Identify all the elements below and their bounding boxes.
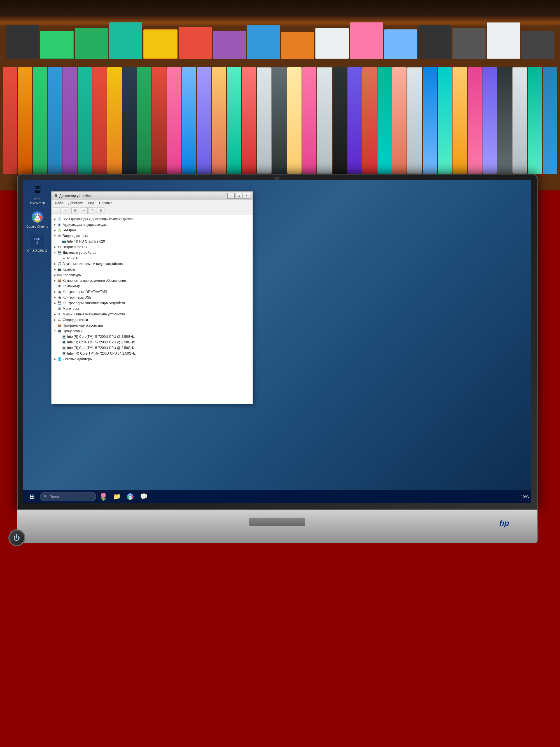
tree-item-hd620[interactable]: 📺 Intel(R) HD Graphics 620 [52,239,252,244]
search-placeholder: Поиск [50,495,60,499]
tree-item-ide-controllers[interactable]: ▶ 🔌 Контроллеры IDE ATA/ATAPI [52,289,252,295]
forward-button[interactable]: → [61,207,69,214]
dvd-icon: 💿 [57,217,61,221]
shelf-item [522,31,554,59]
expand-icon: ▶ [53,267,57,272]
expand-icon [57,345,61,350]
toolbar-btn-1[interactable]: 🖥 [72,207,79,214]
menu-action[interactable]: Действие [66,201,85,206]
tree-item-usb-controllers[interactable]: ▶ 🔌 Контроллеры USB [52,295,252,300]
power-button[interactable]: ⏻ [8,530,25,546]
tree-item-video[interactable]: ▼ 🖥 Видеоадаптеры [52,233,252,239]
shelf-item [302,67,316,174]
toolbar-btn-2[interactable]: ✏ [80,207,88,214]
weather-temp: 19°C [521,495,529,499]
shelf-item [182,67,196,174]
tree-item-audio[interactable]: ▶ 🔊 Аудиовходы и аудиовыходы [52,222,252,227]
tree-item-disk[interactable]: ▼ 💾 Дисковые устройства [52,250,252,255]
desktop-icon-this-computer[interactable]: 🖥 Этот компьютер [26,183,49,205]
minimize-button[interactable]: — [228,193,235,199]
toolbar-btn-3[interactable]: 📋 [88,207,96,214]
shelf-item [315,28,349,59]
chrome-icon [30,210,44,224]
shelf-item [92,67,107,174]
battery-icon: 🔋 [57,228,61,232]
search-box[interactable]: 🔍 Поиск [40,492,96,501]
tree-item-software-components[interactable]: ▶ 📦 Компоненты программного обеспечения [52,278,252,283]
search-icon: 🔍 [44,495,48,498]
tree-item-r3-256[interactable]: ─ РЗ-256 [52,255,252,261]
processor-icon: 💻 [57,329,61,333]
tree-item-cpu-3[interactable]: 💻 Intel(R) Core(TM) i5-7200U CPU @ 2.50G… [52,345,252,351]
tree-item-keyboards[interactable]: ▶ ⌨ Клавиатуры [52,272,252,278]
cpu2-label: Intel(R) Core(TM) i5-7200U CPU @ 2.50GHz [67,340,135,344]
keyboard-icon: ⌨ [57,273,61,277]
tree-item-network[interactable]: ▶ 🌐 Сетевые адаптеры [52,356,252,362]
back-button[interactable]: ← [53,207,60,214]
start-button[interactable]: ⊞ [25,491,39,502]
ide-label: Контроллеры IDE ATA/ATAPI [63,290,107,294]
storage-label: Контроллеры запоминающих устройств [63,301,125,305]
shelf-row-bottom [0,61,560,179]
r3256-icon: ─ [61,256,66,260]
tree-item-firmware[interactable]: ▶ ⚙ Встроенное ПО [52,244,252,250]
expand-icon [53,323,57,328]
shelf-item [197,67,211,174]
taskbar-app-chrome[interactable] [124,491,136,502]
usb-label: Контроллеры USB [63,295,91,300]
tree-item-computer[interactable]: 🖥 Компьютер [52,283,252,289]
tree-item-cpu-2[interactable]: 💻 Intel(R) Core(TM) i5-7200U CPU @ 2.50G… [52,339,252,345]
mice-label: Мыши и иные указывающие устройства [63,312,125,316]
tree-item-cpu-4[interactable]: 💻 Intel (R) Core(TM) i5-7200U CPU @ 2.50… [52,351,252,356]
shelf-item [212,67,226,174]
shelf-item [423,67,437,174]
shelf-item [272,67,287,174]
desktop-icons: 🖥 Этот компьютер [26,183,49,253]
device-list[interactable]: ▶ 💿 DVD-дисководы и дисководы компакт-ди… [52,215,252,404]
tree-item-print-queues[interactable]: ▶ 🖨 Очереди печати [52,317,252,323]
tree-item-cpu-1[interactable]: 💻 Intel(R) Core(TM) i5-7200U CPU @ 2.50G… [52,334,252,339]
menu-file[interactable]: Файл [53,201,65,206]
laptop-base: hp [17,510,538,543]
tree-item-sound[interactable]: ▶ 🎵 Звуковые, игровые и видеоустройства [52,261,252,267]
sw-components-icon: 📦 [57,278,61,283]
shelf-item [3,67,17,174]
tree-item-cameras[interactable]: ▶ 📷 Камеры [52,267,252,272]
cpu4-label: Intel (R) Core(TM) i5-7200U CPU @ 2.50GH… [67,352,135,356]
maximize-button[interactable]: □ [235,193,242,199]
shelf-item [438,67,452,174]
shelf-item [227,67,241,174]
taskbar-right: 19°C [521,495,529,499]
menu-help[interactable]: Справка [97,201,114,206]
firmware-label: Встроенное ПО [63,245,87,249]
tree-item-monitors[interactable]: 🖥 Мониторы [52,306,252,311]
tree-item-dvd[interactable]: ▶ 💿 DVD-дисководы и дисководы компакт-ди… [52,216,252,222]
taskbar-app-messenger[interactable]: 💬 [137,491,150,502]
shelf-item [78,67,92,174]
shelf-item [497,67,511,174]
taskbar-app-flowers[interactable]: 🌷 [97,491,109,502]
desktop-icon-google-chrome[interactable]: Google Chrome [26,210,49,229]
desktop-icon-cpuz[interactable]: CPUZ CPUID CPU-Z [26,234,49,253]
taskbar-app-explorer[interactable]: 📁 [111,491,123,502]
tree-item-storage-controllers[interactable]: ▶ 💾 Контроллеры запоминающих устройств [52,300,252,306]
expand-icon: ▶ [53,318,57,322]
shelf-row-top [0,8,560,59]
store-shelf [0,0,560,190]
expand-icon: ▶ [53,228,57,232]
expand-icon [53,306,57,311]
toolbar-btn-4[interactable]: 🖥 [97,207,104,214]
chrome-label: Google Chrome [26,225,48,229]
shelf-item [107,67,122,174]
expand-icon: ▼ [53,250,57,255]
tree-item-software-devices[interactable]: 📦 Программные устройства [52,323,252,328]
desktop: 🖥 Этот компьютер [23,180,531,503]
laptop-hinge [249,518,305,526]
close-button[interactable]: ✕ [243,193,250,199]
tree-item-battery[interactable]: ▶ 🔋 Батареи [52,227,252,233]
keyboards-label: Клавиатуры [63,273,81,277]
tree-item-processors[interactable]: ▼ 💻 Процессоры [52,328,252,334]
menu-view[interactable]: Вид [86,201,96,206]
hd620-label: Intel(R) HD Graphics 620 [67,239,105,243]
tree-item-mice[interactable]: ▶ 🖱 Мыши и иные указывающие устройства [52,311,252,317]
